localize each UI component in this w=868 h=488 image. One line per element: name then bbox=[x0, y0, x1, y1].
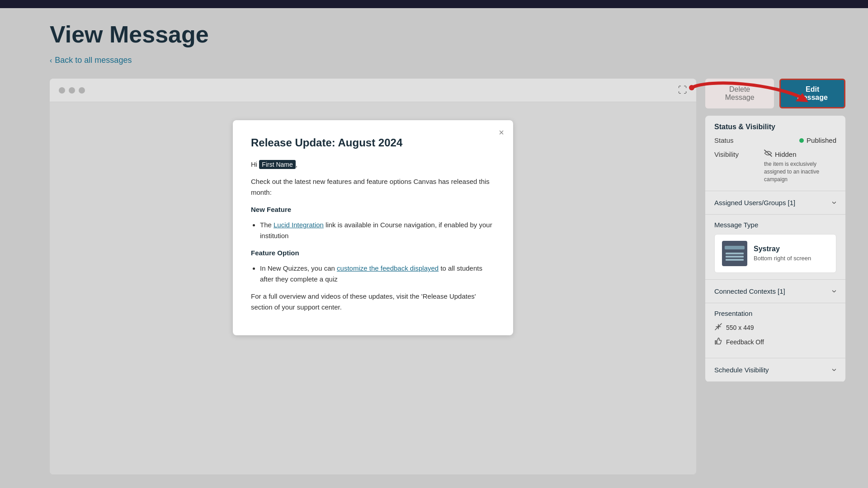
page-wrapper: View Message ‹ Back to all messages ⛶ bbox=[0, 0, 868, 488]
presentation-title: Presentation bbox=[714, 310, 836, 317]
comma: , bbox=[296, 160, 297, 168]
systray-icon bbox=[722, 241, 747, 266]
preview-panel: ⛶ × Release Update: August 2024 Hi First… bbox=[50, 79, 696, 474]
dot-2 bbox=[69, 87, 75, 94]
dot-1 bbox=[59, 87, 65, 94]
visibility-label: Visibility bbox=[714, 150, 739, 158]
page-title: View Message bbox=[50, 22, 845, 47]
message-card: × Release Update: August 2024 Hi First N… bbox=[233, 120, 513, 335]
chevron-down-icon-users: › bbox=[830, 201, 840, 204]
dot-3 bbox=[79, 87, 85, 94]
delete-message-button[interactable]: Delete Message bbox=[705, 79, 774, 108]
feature-option-list: In New Quizzes, you can customize the fe… bbox=[260, 263, 495, 285]
hidden-text: Hidden bbox=[775, 150, 797, 158]
visibility-value: Hidden the item is exclusively assigned … bbox=[764, 150, 836, 183]
feature-option-item: In New Quizzes, you can customize the fe… bbox=[260, 263, 495, 285]
greeting-text: Hi bbox=[251, 160, 257, 168]
status-row: Status Published bbox=[714, 136, 836, 144]
feature-option-heading: Feature Option bbox=[251, 248, 495, 258]
expand-icon[interactable]: ⛶ bbox=[678, 85, 687, 95]
back-link-text: Back to all messages bbox=[55, 56, 132, 65]
edit-message-button[interactable]: Edit Message bbox=[779, 79, 845, 108]
assigned-users-label: Assigned Users/Groups [1] bbox=[714, 199, 795, 206]
chevron-down-icon-schedule: › bbox=[830, 368, 840, 371]
feedback-link[interactable]: customize the feedback displayed bbox=[337, 264, 439, 272]
visibility-row: Visibility bbox=[714, 150, 836, 183]
new-feature-item: The Lucid Integration link is available … bbox=[260, 220, 495, 241]
intro-paragraph: Check out the latest new features and fe… bbox=[251, 176, 495, 198]
chevron-down-icon-contexts: › bbox=[830, 290, 840, 293]
systray-info: Systray Bottom right of screen bbox=[754, 245, 811, 262]
systray-name: Systray bbox=[754, 245, 811, 253]
connected-contexts-label: Connected Contexts [1] bbox=[714, 287, 785, 295]
systray-description: Bottom right of screen bbox=[754, 255, 811, 262]
action-buttons: Delete Message Edit Message bbox=[705, 79, 845, 108]
top-bar bbox=[0, 0, 868, 8]
message-title: Release Update: August 2024 bbox=[251, 136, 495, 149]
dimensions-row: 550 x 449 bbox=[714, 323, 836, 333]
dots-container bbox=[59, 87, 85, 94]
hidden-note: the item is exclusively assigned to an i… bbox=[764, 160, 836, 183]
status-visibility-title: Status & Visibility bbox=[714, 123, 836, 131]
message-type-section: Message Type Systr bbox=[705, 215, 845, 280]
published-text: Published bbox=[807, 136, 836, 144]
status-value: Published bbox=[799, 136, 836, 144]
sidebar-card: Status & Visibility Status Published Vis… bbox=[705, 116, 845, 381]
greeting-paragraph: Hi First Name, bbox=[251, 159, 495, 170]
closing-paragraph: For a full overview and videos of these … bbox=[251, 291, 495, 313]
visibility-icon-row: Hidden bbox=[764, 150, 797, 159]
connected-contexts-row[interactable]: Connected Contexts [1] › bbox=[705, 280, 845, 303]
close-icon[interactable]: × bbox=[499, 127, 504, 138]
thumbsup-icon bbox=[714, 337, 722, 347]
message-body: Hi First Name, Check out the latest new … bbox=[251, 159, 495, 313]
new-feature-heading: New Feature bbox=[251, 204, 495, 215]
message-type-label: Message Type bbox=[714, 221, 836, 229]
sidebar: Delete Message Edit Message bbox=[705, 79, 845, 474]
preview-panel-header: ⛶ bbox=[50, 79, 696, 102]
new-feature-list: The Lucid Integration link is available … bbox=[260, 220, 495, 241]
message-type-card: Systray Bottom right of screen bbox=[714, 234, 836, 273]
published-dot bbox=[799, 138, 804, 143]
status-visibility-section: Status & Visibility Status Published Vis… bbox=[705, 116, 845, 191]
chevron-left-icon: ‹ bbox=[50, 56, 52, 65]
dimensions-text: 550 x 449 bbox=[726, 324, 754, 331]
status-label: Status bbox=[714, 136, 734, 144]
feedback-text: Feedback Off bbox=[726, 338, 764, 346]
schedule-visibility-label: Schedule Visibility bbox=[714, 366, 769, 374]
back-link[interactable]: ‹ Back to all messages bbox=[50, 56, 845, 65]
preview-body: × Release Update: August 2024 Hi First N… bbox=[50, 102, 696, 474]
content-row: ⛶ × Release Update: August 2024 Hi First… bbox=[50, 79, 845, 474]
first-name-tag: First Name bbox=[259, 160, 295, 169]
presentation-section: Presentation 550 x 449 bbox=[705, 303, 845, 358]
main-content: View Message ‹ Back to all messages ⛶ bbox=[0, 8, 868, 488]
lucid-link[interactable]: Lucid Integration bbox=[274, 221, 324, 229]
feedback-row: Feedback Off bbox=[714, 337, 836, 347]
resize-icon bbox=[714, 323, 722, 333]
schedule-visibility-row[interactable]: Schedule Visibility › bbox=[705, 358, 845, 382]
hidden-eye-icon bbox=[764, 150, 772, 159]
assigned-users-row[interactable]: Assigned Users/Groups [1] › bbox=[705, 191, 845, 215]
